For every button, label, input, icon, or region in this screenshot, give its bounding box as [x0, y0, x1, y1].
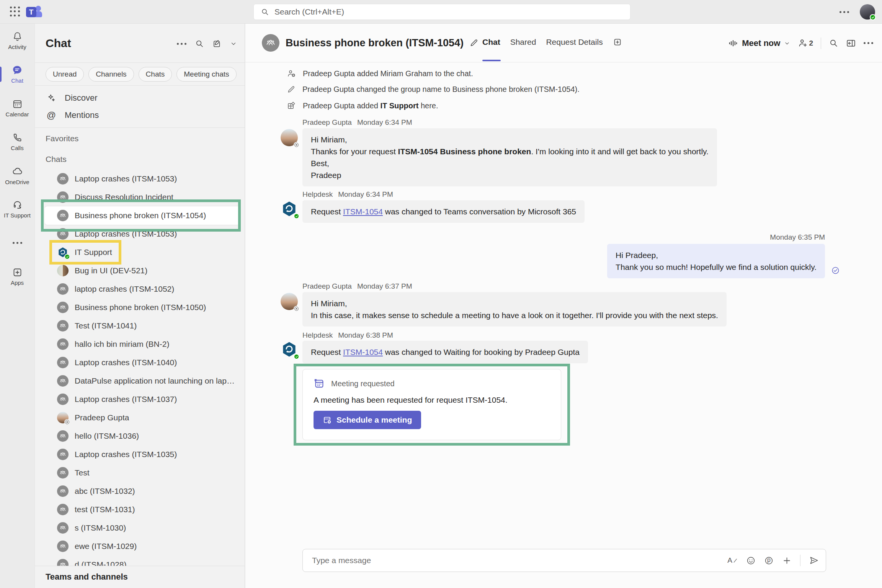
message-header: Pradeep GuptaMonday 6:34 PM	[302, 118, 412, 127]
rail-item-calls[interactable]: Calls	[0, 125, 34, 158]
schedule-meeting-button[interactable]: Schedule a meeting	[314, 411, 421, 429]
rail-item-chat[interactable]: Chat	[0, 57, 34, 91]
chat-title: ewe (ITSM-1029)	[75, 542, 137, 551]
list-item[interactable]: Laptop crashes (ITSM-1053)	[45, 225, 240, 243]
sender-name: Helpdesk	[302, 190, 333, 198]
open-in-pane-icon[interactable]	[846, 38, 856, 48]
filter-unread[interactable]: Unread	[46, 67, 84, 82]
tab-shared[interactable]: Shared	[510, 35, 536, 49]
apps-plus-icon	[12, 267, 23, 278]
system-message: Pradeep Gupta added IT Support here.	[287, 101, 438, 110]
page-title: Business phone broken (ITSM-1054)	[286, 37, 464, 49]
add-people-button[interactable]: 2	[798, 38, 813, 48]
rail-item-onedrive[interactable]: OneDrive	[0, 158, 34, 192]
format-icon[interactable]: A	[727, 556, 738, 565]
list-item[interactable]: Test (ITSM-1041)	[45, 317, 240, 335]
section-chats[interactable]: Chats	[46, 155, 67, 164]
helpdesk-bot-avatar[interactable]	[281, 341, 298, 358]
topbar-more-icon[interactable]	[840, 11, 849, 13]
list-item[interactable]: Business phone broken (ITSM-1050)	[45, 298, 240, 317]
phone-icon	[12, 132, 23, 143]
edit-name-icon[interactable]	[469, 38, 479, 47]
chevron-down-icon[interactable]	[230, 40, 237, 47]
avatar[interactable]	[281, 129, 298, 146]
chat-more-icon[interactable]	[864, 42, 873, 44]
tab-chat[interactable]: Chat	[482, 35, 500, 49]
chat-title: s (ITSM-1030)	[75, 523, 126, 532]
rail-item-activity[interactable]: Activity	[0, 24, 34, 57]
request-link[interactable]: ITSM-1054	[343, 348, 383, 356]
new-chat-icon[interactable]	[212, 39, 222, 48]
list-item[interactable]: laptop crashes (ITSM-1052)	[45, 280, 240, 298]
message-bubble-outgoing: Hi Pradeep, Thank you so much! Hopefully…	[607, 244, 825, 278]
group-avatar	[57, 467, 69, 479]
sidebar-item-mentions[interactable]: @ Mentions	[46, 109, 99, 121]
list-item[interactable]: test (ITSM-1031)	[45, 500, 240, 519]
list-item[interactable]: d (ITSM-1028)	[45, 555, 240, 566]
global-search[interactable]	[253, 4, 630, 20]
list-item[interactable]: Laptop crashes (ITSM-1040)	[45, 353, 240, 372]
list-item[interactable]: Test	[45, 464, 240, 482]
list-item[interactable]: hello (ITSM-1036)	[45, 427, 240, 445]
list-item[interactable]: ewe (ITSM-1029)	[45, 537, 240, 555]
sidebar-item-discover[interactable]: Discover	[46, 92, 98, 104]
list-item[interactable]: Laptop crashes (ITSM-1035)	[45, 445, 240, 464]
my-avatar[interactable]	[860, 4, 875, 20]
system-message: Pradeep Gupta changed the group name to …	[287, 85, 580, 94]
list-item[interactable]: DataPulse application not launching on l…	[45, 372, 240, 390]
filter-channels[interactable]: Channels	[88, 67, 134, 82]
sender-name: Pradeep Gupta	[302, 118, 352, 126]
message-composer[interactable]: A p	[302, 549, 826, 572]
waveform-icon	[728, 38, 738, 48]
teams-and-channels-link[interactable]: Teams and channels	[46, 572, 128, 582]
filter-meeting-chats[interactable]: Meeting chats	[176, 67, 236, 82]
helpdesk-bot-avatar[interactable]	[281, 200, 298, 217]
list-item[interactable]: Bug in UI (DEV-521)	[45, 261, 240, 280]
message-header: HelpdeskMonday 6:38 PM	[302, 331, 393, 340]
message-input[interactable]	[312, 556, 727, 565]
rail-label: Chat	[11, 77, 23, 84]
chat-filter-more-icon[interactable]	[177, 43, 186, 45]
request-link[interactable]: ITSM-1054	[343, 207, 383, 216]
chevron-down-icon[interactable]	[784, 40, 790, 46]
list-item[interactable]: s (ITSM-1030)	[45, 519, 240, 537]
rail-item-apps[interactable]: Apps	[0, 260, 34, 293]
list-item[interactable]: Laptop crashes (ITSM-1037)	[45, 390, 240, 408]
loop-component-icon[interactable]: p	[764, 556, 774, 565]
rail-item-calendar[interactable]: Calendar	[0, 91, 34, 125]
group-avatar	[57, 357, 69, 368]
attach-plus-icon[interactable]	[782, 556, 792, 565]
list-item[interactable]: Laptop crashes (ITSM-1053)	[45, 170, 240, 188]
list-item-it-support[interactable]: IT Support	[45, 243, 240, 261]
filter-chats[interactable]: Chats	[139, 67, 172, 82]
list-item-pradeep[interactable]: Pradeep Gupta	[45, 408, 240, 427]
chat-search-icon[interactable]	[195, 39, 204, 48]
rail-label: OneDrive	[5, 179, 29, 185]
group-avatar	[57, 504, 69, 515]
emoji-icon[interactable]	[746, 556, 756, 565]
send-icon[interactable]	[809, 555, 819, 565]
chat-list: Laptop crashes (ITSM-1053) Discuss Resol…	[45, 170, 240, 566]
tab-request-details[interactable]: Request Details	[546, 35, 603, 49]
list-item-selected[interactable]: Business phone broken (ITSM-1054)	[45, 206, 240, 225]
search-in-chat-icon[interactable]	[829, 38, 838, 48]
app-launcher-icon[interactable]	[8, 5, 21, 18]
group-chat-avatar[interactable]	[262, 34, 279, 52]
list-item[interactable]: Discuss Resolution Incident	[45, 188, 240, 206]
search-input[interactable]	[274, 7, 623, 16]
group-avatar	[57, 338, 69, 350]
section-favorites[interactable]: Favorites	[46, 134, 78, 143]
rail-item-it-support[interactable]: IT Support	[0, 192, 34, 226]
rail-item-more[interactable]	[0, 226, 34, 260]
cloud-icon	[12, 166, 23, 177]
add-tab-icon[interactable]	[613, 38, 622, 47]
list-item[interactable]: abc (ITSM-1032)	[45, 482, 240, 500]
avatar[interactable]	[281, 293, 298, 310]
list-item[interactable]: hallo ich bin miriam (BN-2)	[45, 335, 240, 353]
chat-title: d (ITSM-1028)	[75, 560, 126, 566]
meet-now-button[interactable]: Meet now	[728, 38, 790, 48]
group-avatar	[57, 394, 69, 405]
message-bubble: Request ITSM-1054 was changed to Waiting…	[302, 341, 588, 363]
rail-label: Calendar	[6, 111, 29, 118]
calendar-add-icon	[323, 415, 332, 425]
